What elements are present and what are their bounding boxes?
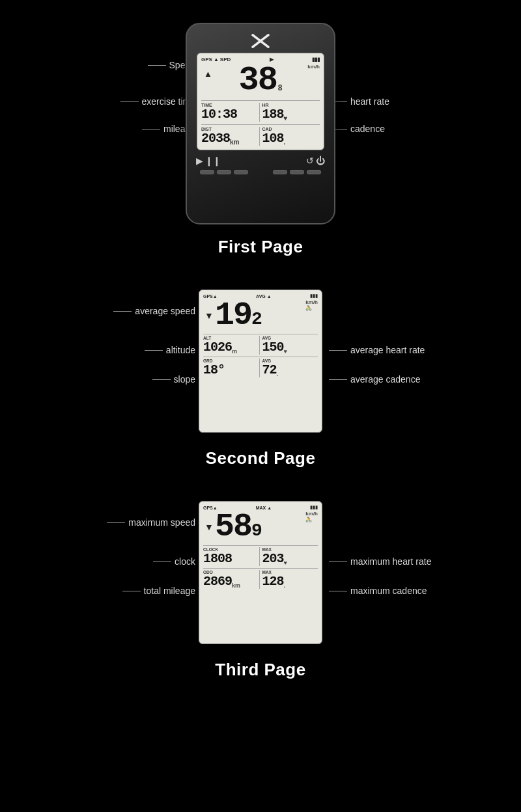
speed-line — [148, 65, 166, 66]
alt-avghr-row: ALT 1026 m AVG 150 ♥ — [203, 334, 318, 355]
avg-hr-line — [329, 350, 347, 351]
dist-cell: DIST 2038 km — [201, 127, 259, 146]
down-arrow-icon: ▼ — [204, 310, 214, 321]
gps-icon: GPS — [201, 57, 212, 62]
grd-cell: GRD 18° — [203, 359, 259, 377]
physical-buttons-row — [193, 170, 328, 174]
phys-btn-4[interactable] — [273, 170, 287, 174]
play-button-icon[interactable]: ▶ — [196, 156, 203, 166]
odo-cell: ODO 2869 km — [203, 570, 259, 589]
hr-value: 188 — [262, 107, 284, 122]
max-hr-text: maximum heart rate — [350, 556, 431, 567]
grd-avgcad-row: GRD 18° AVG 72 . — [203, 357, 318, 377]
phys-btn-5[interactable] — [290, 170, 304, 174]
cad-val-wrap: 108 . — [262, 131, 320, 146]
speed-sub: 8 — [278, 83, 283, 92]
max-speed-text: maximum speed — [128, 517, 195, 528]
control-buttons-area: ▶ ❙❙ ↺ ⏻ — [193, 156, 328, 166]
cad-cell: CAD 108 . — [259, 127, 320, 146]
odo-maxcad-row: ODO 2869 km MAX 128 . — [203, 568, 318, 589]
pause-button-icon[interactable]: ❙❙ — [205, 156, 221, 166]
third-page-title: Third Page — [215, 660, 305, 680]
triangle-up-icon: ▲ — [204, 69, 212, 79]
clock-maxhr-row: CLOCK 1808 MAX 203 ♥ — [203, 545, 318, 566]
left-physical-btns — [200, 170, 248, 174]
third-page-annotation-wrap: maximum speed clock total mileage maximu… — [0, 494, 521, 651]
time-hr-row: TIME 10:38 HR 188 ♥ — [201, 100, 320, 122]
avg-speed-decimal: 2 — [251, 309, 262, 329]
odo-value: 2869 — [203, 575, 232, 589]
max-hr-val-wrap: 203 ♥ — [262, 552, 318, 566]
slope-line — [152, 379, 171, 380]
avg-speed-label: average speed — [110, 306, 195, 316]
avg-hr-unit: ♥ — [284, 348, 287, 355]
right-btn-group: ↺ ⏻ — [306, 156, 325, 166]
max-speed-decimal: 9 — [251, 521, 262, 541]
phys-btn-1[interactable] — [200, 170, 214, 174]
avg-cadence-text: average cadence — [350, 374, 420, 385]
topbar-left: GPS ▲ SPD — [201, 57, 231, 62]
avg-speed-value: 19 — [215, 299, 251, 332]
alt-value: 1026 — [203, 340, 232, 355]
topbar-right: ▮▮▮ — [312, 57, 320, 62]
refresh-button-icon[interactable]: ↺ — [306, 156, 314, 166]
power-button-icon[interactable]: ⏻ — [316, 156, 325, 166]
max-hr-cell: MAX 203 ♥ — [259, 547, 318, 566]
total-mileage-label: total mileage — [119, 586, 195, 596]
speed-value: 38 — [238, 64, 276, 98]
max-speed-line — [107, 522, 125, 523]
alt-cell: ALT 1026 m — [203, 336, 259, 355]
clock-label: clock — [150, 556, 195, 567]
second-page-annotation-wrap: average speed altitude slope average hea… — [0, 283, 521, 439]
first-page-title: First Page — [218, 237, 303, 257]
phys-btn-6[interactable] — [307, 170, 321, 174]
alt-unit: m — [232, 348, 237, 355]
avg-hr-value: 150 — [262, 340, 284, 355]
odo-val-wrap: 2869 km — [203, 575, 259, 589]
third-page-device: GPS▲ MAX ▲ ▮▮▮ ▼ 58 9 km/h🚴 CLOCK 1808 M… — [199, 501, 322, 644]
second-battery-icon: ▮▮▮ — [310, 293, 318, 299]
altitude-label: altitude — [141, 345, 195, 355]
clock-value: 1808 — [203, 552, 259, 566]
altitude-text: altitude — [166, 345, 195, 355]
max-speed-label: maximum speed — [104, 517, 195, 528]
avg-hr-text: average heart rate — [350, 345, 425, 355]
max-hr-label: maximum heart rate — [326, 556, 431, 567]
phys-btn-3[interactable] — [234, 170, 248, 174]
max-cad-cell: MAX 128 . — [259, 570, 318, 589]
left-btn-group: ▶ ❙❙ — [196, 156, 221, 166]
right-physical-btns — [273, 170, 321, 174]
avg-hr-val-wrap: 150 ♥ — [262, 340, 318, 355]
max-speed-unit: km/h🚴 — [305, 511, 318, 522]
dist-cad-row: DIST 2038 km CAD 108 . — [201, 124, 320, 146]
cad-value: 108 — [262, 131, 284, 146]
first-page-annotation-wrap: Speed exercise time mileage heart rate c… — [0, 20, 521, 228]
hr-val-wrap: 188 ♥ — [262, 107, 320, 122]
total-mileage-text: total mileage — [144, 586, 195, 596]
signal-icon: ▲ — [214, 57, 219, 62]
second-avg-label: AVG ▲ — [256, 294, 272, 299]
altitude-line — [145, 350, 163, 351]
max-hr-unit: ♥ — [284, 560, 287, 566]
battery-icon: ▮▮▮ — [312, 57, 320, 62]
speed-unit: km/h — [307, 64, 320, 70]
avg-cad-value: 72 — [262, 363, 277, 377]
exercise-time-label: exercise time — [117, 96, 195, 107]
second-page-device: GPS▲ AVG ▲ ▮▮▮ ▼ 19 2 km/h🚴 ALT 1026 m — [199, 290, 322, 433]
avg-hr-label: average heart rate — [326, 345, 425, 355]
slope-label: slope — [149, 374, 195, 385]
avg-cadence-line — [329, 379, 347, 380]
avg-cad-val-wrap: 72 . — [262, 363, 318, 377]
max-cadence-label: maximum cadence — [326, 586, 427, 596]
device-logo — [249, 32, 272, 50]
odo-unit: km — [232, 582, 240, 589]
avg-speed-unit: km/h🚴 — [305, 299, 318, 311]
avg-cad-cell: AVG 72 . — [259, 359, 318, 377]
phys-btn-2[interactable] — [217, 170, 231, 174]
third-max-label: MAX ▲ — [256, 506, 272, 510]
cadence-text: cadence — [350, 124, 385, 134]
first-page-section: Speed exercise time mileage heart rate c… — [0, 0, 521, 264]
first-page-screen: GPS ▲ SPD ▶ ▮▮▮ ▲ 38 8 km/h — [197, 53, 324, 150]
max-hr-value: 203 — [262, 552, 284, 566]
hr-cell: HR 188 ♥ — [259, 103, 320, 122]
